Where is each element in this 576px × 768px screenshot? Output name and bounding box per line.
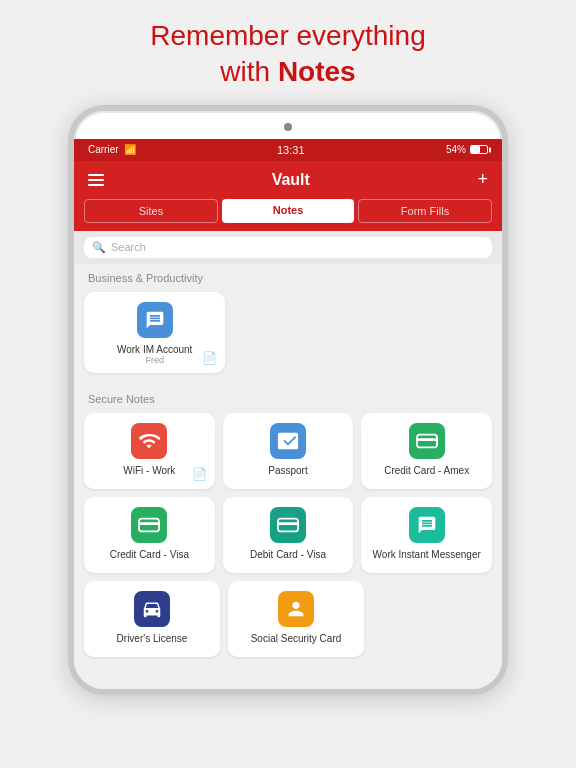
status-left: Carrier 📶: [88, 144, 136, 155]
card-credit-card-amex[interactable]: Credit Card - Amex: [361, 413, 492, 489]
status-time: 13:31: [277, 144, 305, 156]
search-bar: 🔍 Search: [74, 231, 502, 264]
card-wifi-work[interactable]: WiFi - Work 📄: [84, 413, 215, 489]
secure-notes-row-2: Credit Card - Visa Debit Card - Visa Wor…: [84, 497, 492, 573]
section-header-business: Business & Productivity: [74, 264, 502, 288]
section-header-secure-notes: Secure Notes: [74, 385, 502, 409]
card-label-credit-visa: Credit Card - Visa: [110, 549, 189, 560]
headline-line1: Remember everything: [150, 20, 425, 51]
tab-form-fills[interactable]: Form Fills: [358, 199, 492, 223]
card-credit-card-visa[interactable]: Credit Card - Visa: [84, 497, 215, 573]
card-label-amex: Credit Card - Amex: [384, 465, 469, 476]
secure-notes-grid: WiFi - Work 📄 Passport Credit Card - Ame…: [74, 409, 502, 669]
card-label-debit-visa: Debit Card - Visa: [250, 549, 326, 560]
secure-notes-row-1: WiFi - Work 📄 Passport Credit Card - Ame…: [84, 413, 492, 489]
camera: [284, 123, 292, 131]
battery-icon: [470, 145, 488, 154]
secure-notes-row-3: Driver's License Social Security Card: [84, 581, 492, 657]
card-icon-amex: [409, 423, 445, 459]
headline: Remember everything with Notes: [110, 0, 465, 105]
card-work-im-account[interactable]: Work IM Account Fred 📄: [84, 292, 225, 373]
card-social-security[interactable]: Social Security Card: [228, 581, 364, 657]
card-icon-visa: [131, 507, 167, 543]
card-drivers-license[interactable]: Driver's License: [84, 581, 220, 657]
card-label-work-messenger: Work Instant Messenger: [373, 549, 481, 560]
nav-title: Vault: [272, 171, 310, 189]
search-input-wrap[interactable]: 🔍 Search: [84, 237, 492, 258]
battery-percent: 54%: [446, 144, 466, 155]
add-button[interactable]: +: [477, 169, 488, 190]
search-placeholder: Search: [111, 241, 146, 253]
card-icon-wifi: [131, 423, 167, 459]
headline-line2-prefix: with: [220, 56, 278, 87]
search-icon: 🔍: [92, 241, 106, 254]
card-label-passport: Passport: [268, 465, 307, 476]
card-work-instant-messenger[interactable]: Work Instant Messenger: [361, 497, 492, 573]
tab-sites[interactable]: Sites: [84, 199, 218, 223]
status-right: 54%: [446, 144, 488, 155]
note-icon-work-im: 📄: [202, 351, 217, 365]
business-grid: Work IM Account Fred 📄: [74, 288, 502, 385]
device: Carrier 📶 13:31 54% Vault + Sites Notes …: [68, 105, 508, 695]
headline-bold: Notes: [278, 56, 356, 87]
card-label-drivers: Driver's License: [117, 633, 188, 644]
card-icon-passport: [270, 423, 306, 459]
card-label-work-im: Work IM Account: [117, 344, 192, 355]
navbar: Vault +: [74, 161, 502, 199]
card-passport[interactable]: Passport: [223, 413, 354, 489]
tab-notes[interactable]: Notes: [222, 199, 354, 223]
content-area: Business & Productivity Work IM Account …: [74, 264, 502, 689]
note-icon-wifi: 📄: [192, 467, 207, 481]
status-bar: Carrier 📶 13:31 54%: [74, 139, 502, 161]
wifi-icon: 📶: [124, 144, 136, 155]
business-row-1: Work IM Account Fred 📄: [84, 292, 492, 373]
card-sublabel-work-im: Fred: [145, 355, 164, 365]
tab-bar: Sites Notes Form Fills: [74, 199, 502, 231]
card-icon-work-im: [137, 302, 173, 338]
card-label-wifi: WiFi - Work: [123, 465, 175, 476]
card-debit-card-visa[interactable]: Debit Card - Visa: [223, 497, 354, 573]
card-icon-work-messenger: [409, 507, 445, 543]
menu-button[interactable]: [88, 174, 104, 186]
card-icon-social-security: [278, 591, 314, 627]
card-icon-drivers: [134, 591, 170, 627]
card-label-social-security: Social Security Card: [251, 633, 342, 644]
carrier-label: Carrier: [88, 144, 119, 155]
card-icon-debit: [270, 507, 306, 543]
